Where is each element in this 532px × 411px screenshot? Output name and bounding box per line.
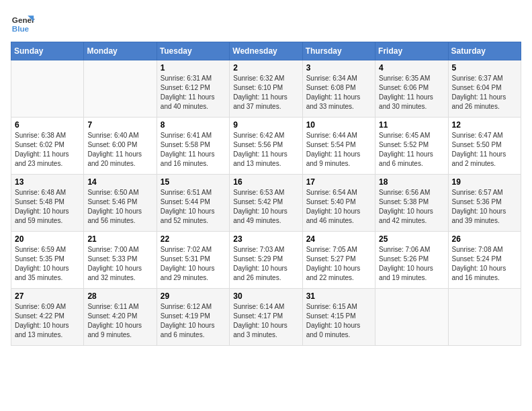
calendar-week-4: 20Sunrise: 6:59 AM Sunset: 5:35 PM Dayli… <box>11 232 521 289</box>
header: General Blue <box>11 11 521 35</box>
calendar-cell: 26Sunrise: 7:08 AM Sunset: 5:24 PM Dayli… <box>448 232 521 289</box>
day-info: Sunrise: 7:03 AM Sunset: 5:29 PM Dayligh… <box>233 245 298 283</box>
day-info: Sunrise: 6:11 AM Sunset: 4:20 PM Dayligh… <box>87 302 152 340</box>
weekday-header-sunday: Sunday <box>11 42 84 60</box>
calendar-cell <box>11 60 84 118</box>
calendar-cell <box>375 289 448 346</box>
day-number: 25 <box>379 234 444 244</box>
day-number: 29 <box>161 291 226 301</box>
calendar-cell: 23Sunrise: 7:03 AM Sunset: 5:29 PM Dayli… <box>230 232 302 289</box>
calendar-cell <box>84 60 157 118</box>
day-number: 14 <box>87 177 152 187</box>
day-number: 4 <box>379 63 444 73</box>
weekday-header-thursday: Thursday <box>302 42 375 60</box>
calendar-cell: 28Sunrise: 6:11 AM Sunset: 4:20 PM Dayli… <box>84 289 157 346</box>
day-number: 2 <box>233 63 298 73</box>
day-info: Sunrise: 6:34 AM Sunset: 6:08 PM Dayligh… <box>306 74 371 111</box>
day-number: 20 <box>15 234 80 244</box>
calendar-cell: 8Sunrise: 6:41 AM Sunset: 5:58 PM Daylig… <box>157 118 229 175</box>
calendar-cell: 25Sunrise: 7:06 AM Sunset: 5:26 PM Dayli… <box>375 232 448 289</box>
weekday-header-saturday: Saturday <box>448 42 521 60</box>
calendar-cell: 5Sunrise: 6:37 AM Sunset: 6:04 PM Daylig… <box>448 60 521 118</box>
day-number: 7 <box>87 120 152 130</box>
day-info: Sunrise: 6:40 AM Sunset: 6:00 PM Dayligh… <box>87 131 152 169</box>
day-number: 17 <box>306 177 371 187</box>
day-info: Sunrise: 6:54 AM Sunset: 5:40 PM Dayligh… <box>306 188 371 226</box>
day-number: 19 <box>452 177 517 187</box>
calendar-table: SundayMondayTuesdayWednesdayThursdayFrid… <box>11 42 521 346</box>
day-number: 15 <box>161 177 226 187</box>
calendar-cell: 18Sunrise: 6:56 AM Sunset: 5:38 PM Dayli… <box>375 175 448 232</box>
day-number: 5 <box>452 63 517 73</box>
calendar-cell: 3Sunrise: 6:34 AM Sunset: 6:08 PM Daylig… <box>302 60 375 118</box>
day-number: 21 <box>87 234 152 244</box>
day-info: Sunrise: 6:12 AM Sunset: 4:19 PM Dayligh… <box>161 302 226 340</box>
day-number: 30 <box>233 291 298 301</box>
day-number: 9 <box>233 120 298 130</box>
calendar-cell: 21Sunrise: 7:00 AM Sunset: 5:33 PM Dayli… <box>84 232 157 289</box>
calendar-cell: 31Sunrise: 6:15 AM Sunset: 4:15 PM Dayli… <box>302 289 375 346</box>
day-number: 3 <box>306 63 371 73</box>
day-number: 1 <box>161 63 226 73</box>
day-info: Sunrise: 7:05 AM Sunset: 5:27 PM Dayligh… <box>306 245 371 283</box>
day-number: 10 <box>306 120 371 130</box>
day-number: 18 <box>379 177 444 187</box>
day-info: Sunrise: 6:56 AM Sunset: 5:38 PM Dayligh… <box>379 188 444 226</box>
calendar-cell: 17Sunrise: 6:54 AM Sunset: 5:40 PM Dayli… <box>302 175 375 232</box>
day-info: Sunrise: 6:53 AM Sunset: 5:42 PM Dayligh… <box>233 188 298 226</box>
day-info: Sunrise: 6:50 AM Sunset: 5:46 PM Dayligh… <box>87 188 152 226</box>
day-info: Sunrise: 6:42 AM Sunset: 5:56 PM Dayligh… <box>233 131 298 169</box>
day-number: 22 <box>161 234 226 244</box>
calendar-cell: 13Sunrise: 6:48 AM Sunset: 5:48 PM Dayli… <box>11 175 84 232</box>
calendar-cell: 29Sunrise: 6:12 AM Sunset: 4:19 PM Dayli… <box>157 289 229 346</box>
weekday-header-tuesday: Tuesday <box>157 42 229 60</box>
day-number: 6 <box>15 120 80 130</box>
calendar-week-5: 27Sunrise: 6:09 AM Sunset: 4:22 PM Dayli… <box>11 289 521 346</box>
day-number: 8 <box>161 120 226 130</box>
day-info: Sunrise: 6:31 AM Sunset: 6:12 PM Dayligh… <box>161 74 226 111</box>
calendar-cell: 6Sunrise: 6:38 AM Sunset: 6:02 PM Daylig… <box>11 118 84 175</box>
calendar-cell: 20Sunrise: 6:59 AM Sunset: 5:35 PM Dayli… <box>11 232 84 289</box>
calendar-cell: 10Sunrise: 6:44 AM Sunset: 5:54 PM Dayli… <box>302 118 375 175</box>
calendar-cell: 27Sunrise: 6:09 AM Sunset: 4:22 PM Dayli… <box>11 289 84 346</box>
day-number: 27 <box>15 291 80 301</box>
calendar-cell <box>448 289 521 346</box>
day-number: 23 <box>233 234 298 244</box>
day-info: Sunrise: 6:45 AM Sunset: 5:52 PM Dayligh… <box>379 131 444 169</box>
calendar-cell: 4Sunrise: 6:35 AM Sunset: 6:06 PM Daylig… <box>375 60 448 118</box>
day-number: 28 <box>87 291 152 301</box>
weekday-header-friday: Friday <box>375 42 448 60</box>
svg-text:Blue: Blue <box>12 24 30 33</box>
calendar-cell: 14Sunrise: 6:50 AM Sunset: 5:46 PM Dayli… <box>84 175 157 232</box>
day-info: Sunrise: 7:02 AM Sunset: 5:31 PM Dayligh… <box>161 245 226 283</box>
day-info: Sunrise: 6:32 AM Sunset: 6:10 PM Dayligh… <box>233 74 298 111</box>
day-info: Sunrise: 6:09 AM Sunset: 4:22 PM Dayligh… <box>15 302 80 340</box>
calendar-cell: 2Sunrise: 6:32 AM Sunset: 6:10 PM Daylig… <box>230 60 302 118</box>
calendar-week-1: 1Sunrise: 6:31 AM Sunset: 6:12 PM Daylig… <box>11 60 521 118</box>
day-info: Sunrise: 6:48 AM Sunset: 5:48 PM Dayligh… <box>15 188 80 226</box>
day-info: Sunrise: 6:44 AM Sunset: 5:54 PM Dayligh… <box>306 131 371 169</box>
day-number: 11 <box>379 120 444 130</box>
calendar-cell: 15Sunrise: 6:51 AM Sunset: 5:44 PM Dayli… <box>157 175 229 232</box>
calendar-week-2: 6Sunrise: 6:38 AM Sunset: 6:02 PM Daylig… <box>11 118 521 175</box>
calendar-cell: 22Sunrise: 7:02 AM Sunset: 5:31 PM Dayli… <box>157 232 229 289</box>
day-info: Sunrise: 7:00 AM Sunset: 5:33 PM Dayligh… <box>87 245 152 283</box>
calendar-cell: 7Sunrise: 6:40 AM Sunset: 6:00 PM Daylig… <box>84 118 157 175</box>
day-number: 31 <box>306 291 371 301</box>
calendar-cell: 11Sunrise: 6:45 AM Sunset: 5:52 PM Dayli… <box>375 118 448 175</box>
logo-icon: General Blue <box>11 11 35 35</box>
day-info: Sunrise: 6:37 AM Sunset: 6:04 PM Dayligh… <box>452 74 517 111</box>
day-info: Sunrise: 6:14 AM Sunset: 4:17 PM Dayligh… <box>233 302 298 340</box>
day-number: 24 <box>306 234 371 244</box>
weekday-header-wednesday: Wednesday <box>230 42 302 60</box>
day-info: Sunrise: 7:08 AM Sunset: 5:24 PM Dayligh… <box>452 245 517 283</box>
day-info: Sunrise: 6:38 AM Sunset: 6:02 PM Dayligh… <box>15 131 80 169</box>
day-info: Sunrise: 6:47 AM Sunset: 5:50 PM Dayligh… <box>452 131 517 169</box>
day-info: Sunrise: 6:35 AM Sunset: 6:06 PM Dayligh… <box>379 74 444 111</box>
calendar-cell: 9Sunrise: 6:42 AM Sunset: 5:56 PM Daylig… <box>230 118 302 175</box>
day-number: 16 <box>233 177 298 187</box>
logo: General Blue <box>11 11 35 35</box>
day-number: 12 <box>452 120 517 130</box>
calendar-cell: 16Sunrise: 6:53 AM Sunset: 5:42 PM Dayli… <box>230 175 302 232</box>
calendar-cell: 12Sunrise: 6:47 AM Sunset: 5:50 PM Dayli… <box>448 118 521 175</box>
